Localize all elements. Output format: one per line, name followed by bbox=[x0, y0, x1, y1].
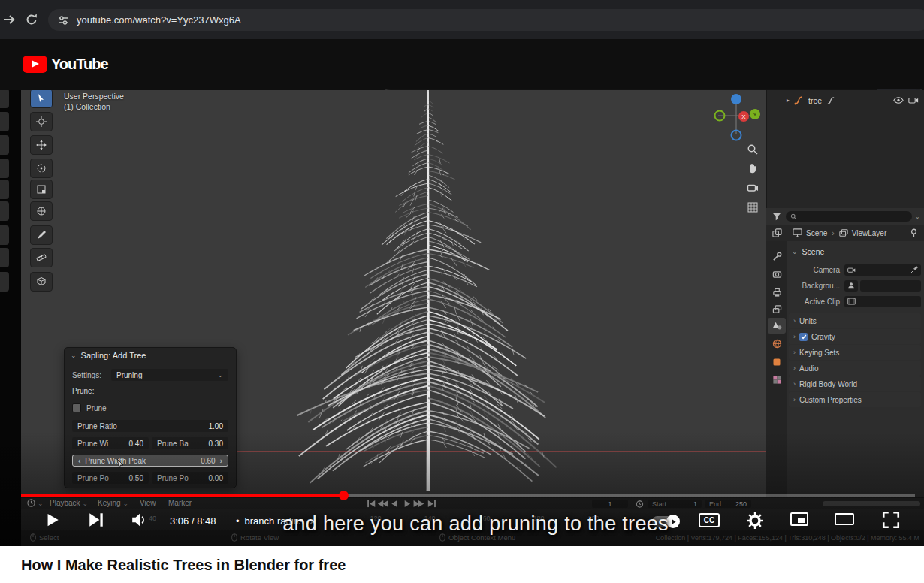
progress-bar[interactable] bbox=[21, 494, 915, 497]
prune-power-low-slider[interactable]: Prune Po 0.50 bbox=[72, 472, 149, 484]
outliner-search-input[interactable] bbox=[786, 211, 912, 222]
prune-checkbox[interactable] bbox=[72, 403, 81, 412]
grid-icon bbox=[747, 201, 759, 213]
fullscreen-button[interactable] bbox=[880, 509, 901, 530]
toggle-ortho-button[interactable] bbox=[744, 199, 762, 216]
tool-annotate[interactable] bbox=[30, 225, 53, 245]
prune-power-high-slider[interactable]: Prune Po 0.00 bbox=[152, 472, 228, 484]
gizmo-z-axis[interactable] bbox=[731, 94, 741, 104]
tab-data-properties[interactable] bbox=[768, 372, 786, 388]
section-keying-sets[interactable]: ›Keying Sets bbox=[789, 345, 921, 360]
active-clip-field[interactable] bbox=[844, 296, 921, 307]
tool-cursor[interactable] bbox=[30, 112, 53, 131]
expand-chevron-icon[interactable]: ▸ bbox=[787, 97, 790, 104]
video-player[interactable]: User Perspective (1) Collection bbox=[0, 90, 924, 546]
navigation-gizmo[interactable]: X Y bbox=[709, 92, 763, 141]
sapling-panel-header[interactable]: ⌄ Sapling: Add Tree bbox=[65, 348, 236, 363]
prune-ratio-value: 1.00 bbox=[209, 422, 223, 430]
reload-button[interactable] bbox=[24, 12, 39, 27]
tab-render-properties[interactable] bbox=[768, 267, 786, 282]
breadcrumb-viewlayer[interactable]: ViewLayer bbox=[852, 229, 887, 237]
sapling-add-tree-panel: ⌄ Sapling: Add Tree Settings: Pruning ⌄ … bbox=[64, 347, 237, 488]
eyedropper-icon[interactable] bbox=[910, 266, 918, 273]
tab-scene-properties[interactable] bbox=[768, 318, 786, 334]
tool-measure[interactable] bbox=[30, 248, 53, 267]
subtitles-button[interactable]: CC bbox=[699, 513, 720, 527]
theater-button[interactable] bbox=[835, 513, 854, 525]
measure-ruler-icon bbox=[36, 252, 47, 263]
camera-icon bbox=[847, 267, 856, 273]
slider-arrow-right-icon[interactable]: › bbox=[220, 457, 222, 465]
settings-dropdown[interactable]: Pruning ⌄ bbox=[111, 369, 228, 381]
world-globe-icon bbox=[772, 339, 782, 349]
tool-select-box[interactable] bbox=[30, 90, 53, 108]
tab-output-properties[interactable] bbox=[768, 285, 786, 301]
prune-width-peak-slider[interactable]: ‹ Prune Width Peak 0.60 › bbox=[72, 455, 228, 467]
tool-rotate[interactable] bbox=[30, 159, 53, 178]
section-custom-properties[interactable]: ›Custom Properties bbox=[789, 392, 921, 407]
tool-move[interactable] bbox=[30, 135, 53, 155]
hide-in-viewport-toggle[interactable] bbox=[893, 96, 904, 104]
menu-view[interactable]: View bbox=[140, 499, 156, 507]
forward-button[interactable] bbox=[2, 12, 17, 27]
zoom-view-button[interactable] bbox=[744, 141, 762, 158]
section-audio[interactable]: ›Audio bbox=[789, 361, 921, 376]
timeline-scrollbar[interactable] bbox=[823, 501, 920, 506]
play-button[interactable] bbox=[39, 507, 65, 533]
timeline-canvas[interactable]: 40 120 140 160 180 200 bbox=[21, 509, 924, 530]
camera-view-button[interactable] bbox=[744, 180, 762, 196]
use-preview-range-button[interactable] bbox=[636, 500, 644, 508]
youtube-logo[interactable]: YouTube bbox=[23, 56, 108, 73]
next-button[interactable] bbox=[86, 511, 107, 529]
progress-played bbox=[21, 494, 344, 497]
chapter-button[interactable]: • branch radius › bbox=[236, 515, 313, 527]
browse-scene-icon[interactable] bbox=[772, 228, 782, 238]
current-frame-field[interactable]: 1 bbox=[592, 500, 628, 508]
filter-dropdown-chevron-icon[interactable]: ⌄ bbox=[915, 213, 920, 220]
section-units[interactable]: ›Units bbox=[789, 313, 921, 328]
gravity-checkbox[interactable] bbox=[799, 333, 808, 341]
menu-marker[interactable]: Marker bbox=[168, 499, 192, 507]
address-bar[interactable]: youtube.com/watch?v=Yyc237Wxg6A bbox=[48, 9, 924, 31]
camera-field[interactable] bbox=[844, 264, 921, 276]
section-gravity[interactable]: › Gravity bbox=[789, 329, 921, 344]
fullscreen-icon bbox=[881, 510, 901, 530]
tab-world-properties[interactable] bbox=[768, 336, 786, 352]
tool-transform[interactable] bbox=[30, 201, 53, 221]
menu-keying[interactable]: Keying⌄ bbox=[98, 499, 128, 507]
filter-funnel-icon[interactable] bbox=[772, 212, 781, 221]
scene-section-header[interactable]: ⌄ Scene bbox=[792, 247, 824, 256]
autoplay-toggle[interactable] bbox=[652, 516, 678, 527]
background-field[interactable] bbox=[860, 280, 921, 292]
slider-arrow-left-icon[interactable]: ‹ bbox=[78, 457, 80, 465]
settings-button[interactable] bbox=[744, 509, 766, 532]
section-rigid-body-world[interactable]: ›Rigid Body World bbox=[789, 376, 921, 391]
miniplayer-button[interactable] bbox=[790, 512, 808, 526]
start-frame-field[interactable]: Start1 bbox=[648, 500, 702, 508]
prune-ratio-slider[interactable]: Prune Ratio 1.00 bbox=[72, 420, 228, 432]
tab-viewlayer-properties[interactable] bbox=[768, 301, 786, 317]
tab-tool-properties[interactable] bbox=[768, 249, 786, 264]
prune-width-slider[interactable]: Prune Wi 0.40 bbox=[72, 437, 149, 449]
editor-type-button[interactable]: ⌄ bbox=[27, 499, 44, 507]
mute-button[interactable] bbox=[129, 511, 150, 529]
prune-base-slider[interactable]: Prune Ba 0.30 bbox=[152, 437, 228, 449]
end-frame-field[interactable]: End250 bbox=[705, 500, 751, 508]
breadcrumb-scene[interactable]: Scene bbox=[806, 229, 827, 237]
tool-add-cube[interactable] bbox=[30, 272, 53, 292]
autoplay-pill bbox=[652, 516, 678, 527]
outliner-item-tree[interactable]: ▸ tree bbox=[787, 95, 835, 105]
pan-view-button[interactable] bbox=[744, 160, 762, 177]
frame-tick: 140 bbox=[424, 515, 435, 522]
cursor-crosshair-icon bbox=[36, 116, 47, 127]
menu-playback[interactable]: Playback⌄ bbox=[50, 499, 88, 507]
pin-icon[interactable] bbox=[910, 228, 918, 237]
layers-icon bbox=[772, 304, 782, 314]
cc-label: CC bbox=[704, 516, 714, 524]
tab-object-properties[interactable] bbox=[768, 354, 786, 370]
playback-transport[interactable] bbox=[364, 500, 439, 508]
background-browse-button[interactable] bbox=[844, 280, 858, 292]
progress-scrubber[interactable] bbox=[339, 491, 349, 500]
disable-in-renders-toggle[interactable] bbox=[908, 96, 919, 104]
tool-scale[interactable] bbox=[30, 180, 53, 199]
